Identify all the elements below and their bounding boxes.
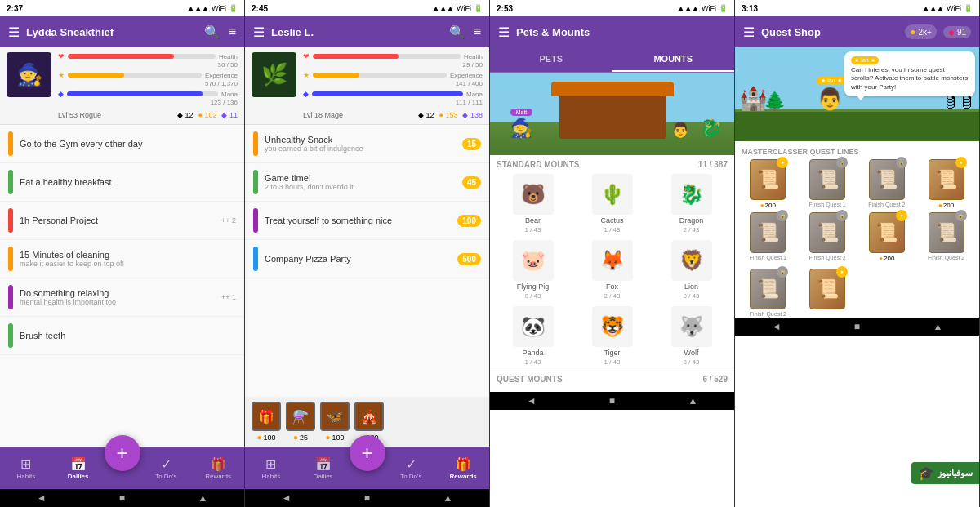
tab-mounts[interactable]: MOUNTS (612, 47, 735, 72)
recent-btn-3[interactable]: ▲ (688, 395, 697, 407)
reward-item[interactable]: 🎁 ●100 (252, 402, 281, 442)
health-label-1: Health (219, 53, 238, 60)
header-coin: ● 2k+ (905, 24, 937, 39)
nav-rewards-2[interactable]: 🎁 Rewards (437, 456, 489, 480)
avatar-2: 🌿 (252, 52, 296, 97)
nav-todos-2[interactable]: ✓ To Do's (385, 456, 438, 480)
todos-icon: ✓ (406, 456, 416, 472)
mount-flyingpig[interactable]: 🐷 Flying Pig 0 / 43 (497, 240, 569, 300)
mana-icon-1: ◆ (58, 90, 64, 98)
fab-2[interactable]: + (350, 435, 385, 471)
menu-icon-1[interactable]: ☰ (8, 24, 20, 40)
quest-item[interactable]: 📜 ● ●200 (918, 159, 974, 209)
filter-icon-1[interactable]: ≡ (229, 24, 236, 39)
recent-btn-2[interactable]: ▲ (443, 492, 452, 504)
home-btn-1[interactable]: ■ (119, 492, 125, 504)
task-item[interactable]: Treat yourself to something nice 100 (245, 202, 489, 240)
back-btn-3[interactable]: ◄ (527, 395, 537, 407)
quest-label: Finish Quest 1 (750, 255, 786, 261)
mortarboard-icon: 🎓 (918, 465, 934, 481)
mount-panda[interactable]: 🐼 Panda 1 / 43 (497, 306, 569, 366)
char-stats-1: ❤ Health 36 / 50 ★ Experience 570 / 1,37… (58, 52, 238, 119)
watermark: 🎓 سوفيانيوز (911, 462, 979, 484)
quest-item[interactable]: 📜 ● ●200 (740, 159, 796, 209)
quest-item[interactable]: 📜 ● (800, 269, 856, 318)
wifi-icon-3: WiFi (702, 4, 716, 12)
mount-wolf[interactable]: 🐺 Wolf 3 / 43 (655, 306, 728, 366)
task-text: 1h Personal Project (20, 216, 221, 225)
task-item[interactable]: Brush teeth (0, 317, 244, 355)
flyingpig-icon: 🐷 (513, 240, 554, 281)
home-btn-3[interactable]: ■ (609, 395, 615, 407)
recent-btn-1[interactable]: ▲ (198, 492, 207, 504)
status-bar-2: 2:45 ▲▲▲ WiFi 🔋 (245, 0, 489, 16)
char-area-2: 🌿 ❤ Health 29 / 50 ★ Experience 141 / 40… (245, 47, 489, 125)
tab-pets[interactable]: PETS (490, 47, 612, 72)
nav-dailies-1[interactable]: 📅 Dailies (52, 456, 105, 480)
fox-name: Fox (606, 282, 618, 291)
mount-lion[interactable]: 🦁 Lion 0 / 43 (655, 240, 728, 300)
back-btn-1[interactable]: ◄ (37, 492, 47, 504)
task-item[interactable]: Company Pizza Party 500 (245, 240, 489, 278)
nav-habits-2[interactable]: ⊞ Habits (245, 456, 297, 480)
back-btn-4[interactable]: ◄ (772, 321, 782, 332)
cactus-count: 1 / 43 (604, 226, 620, 233)
quest-badge-gray: 🔒 (896, 157, 907, 168)
time-2: 2:45 (252, 4, 268, 13)
home-btn-4[interactable]: ■ (854, 321, 860, 332)
mana-icon-2: ◆ (303, 90, 309, 98)
quest-badge-gold: ● (956, 157, 967, 168)
exp-label-2: Experience (450, 72, 483, 79)
nav-rewards-1[interactable]: 🎁 Rewards (192, 456, 244, 480)
wolf-name: Wolf (684, 349, 699, 357)
task-color (253, 208, 258, 233)
home-btn-2[interactable]: ■ (364, 492, 370, 504)
mounts-grid: 🐻 Bear 1 / 43 🌵 Cactus 1 / 43 🐉 Dragon 2… (497, 174, 728, 366)
menu-icon-4[interactable]: ☰ (743, 24, 755, 40)
reward-item[interactable]: ⚗️ ●25 (286, 402, 315, 442)
task-item[interactable]: Game time! 2 to 3 hours, don't overdo it… (245, 163, 489, 202)
nav-dailies-2[interactable]: 📅 Dailies (297, 456, 350, 480)
task-item[interactable]: 1h Personal Project ++ 2 (0, 202, 244, 240)
chat-name: ★ Ian ★ (851, 56, 879, 64)
dragon-icon: 🐉 (671, 174, 712, 215)
quest-section-title: MASTERCLASSER QUEST LINES (735, 145, 979, 159)
task-item[interactable]: 15 Minutes of cleaning make it easier to… (0, 240, 244, 278)
quest-price: ●200 (938, 202, 954, 209)
exp-bar-2 (313, 73, 359, 78)
lion-count: 0 / 43 (683, 292, 699, 300)
mount-tiger[interactable]: 🐯 Tiger 1 / 43 (576, 306, 648, 366)
task-item[interactable]: Unhealthy Snack you earned a bit of indu… (245, 125, 489, 163)
task-item[interactable]: Eat a healthy breakfast (0, 163, 244, 202)
task-text: Unhealthy Snack (265, 135, 462, 145)
health-icon-1: ❤ (58, 52, 65, 60)
quest-item[interactable]: 📜 ● ●200 (859, 212, 915, 262)
mount-cactus[interactable]: 🌵 Cactus 1 / 43 (576, 174, 648, 233)
rewards-label: Rewards (205, 473, 231, 480)
quest-scroll-4: 📜 ● (929, 159, 964, 200)
reward-item[interactable]: 🦋 ●100 (320, 402, 350, 442)
quest-lines-section: MASTERCLASSER QUEST LINES 📜 ● ●200 📜 🔒 F… (735, 141, 979, 265)
menu-icon-2[interactable]: ☰ (253, 24, 265, 40)
nav-todos-1[interactable]: ✓ To Do's (140, 456, 193, 480)
recent-btn-4[interactable]: ▲ (933, 321, 942, 332)
filter-icon-2[interactable]: ≡ (474, 24, 481, 39)
task-color (8, 208, 13, 233)
search-icon-2[interactable]: 🔍 (449, 24, 466, 40)
status-bar-1: 2:37 ▲▲▲ WiFi 🔋 (0, 0, 244, 16)
wolf-icon: 🐺 (671, 306, 712, 347)
task-item[interactable]: Do something relaxing mental health is i… (0, 278, 244, 317)
task-counter: ++ 1 (221, 293, 236, 301)
mount-dragon[interactable]: 🐉 Dragon 2 / 43 (655, 174, 728, 233)
menu-icon-3[interactable]: ☰ (498, 24, 510, 40)
back-btn-2[interactable]: ◄ (282, 492, 292, 504)
nav-habits-1[interactable]: ⊞ Habits (0, 456, 52, 480)
signal-icon-3: ▲▲▲ (677, 4, 699, 12)
search-icon-1[interactable]: 🔍 (204, 24, 220, 40)
mount-fox[interactable]: 🦊 Fox 2 / 43 (576, 240, 648, 300)
task-item[interactable]: Go to the Gym every other day (0, 125, 244, 163)
signal-icon-2: ▲▲▲ (432, 4, 454, 12)
mount-bear[interactable]: 🐻 Bear 1 / 43 (497, 174, 569, 233)
fab-1[interactable]: + (105, 435, 140, 471)
quest-scroll-2: 📜 🔒 (809, 159, 845, 200)
